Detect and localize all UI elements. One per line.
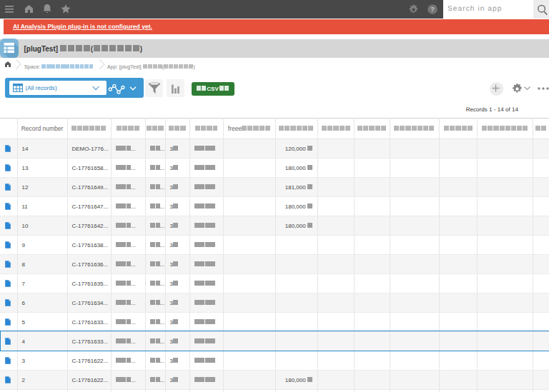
svg-text:?: ?: [430, 5, 435, 13]
